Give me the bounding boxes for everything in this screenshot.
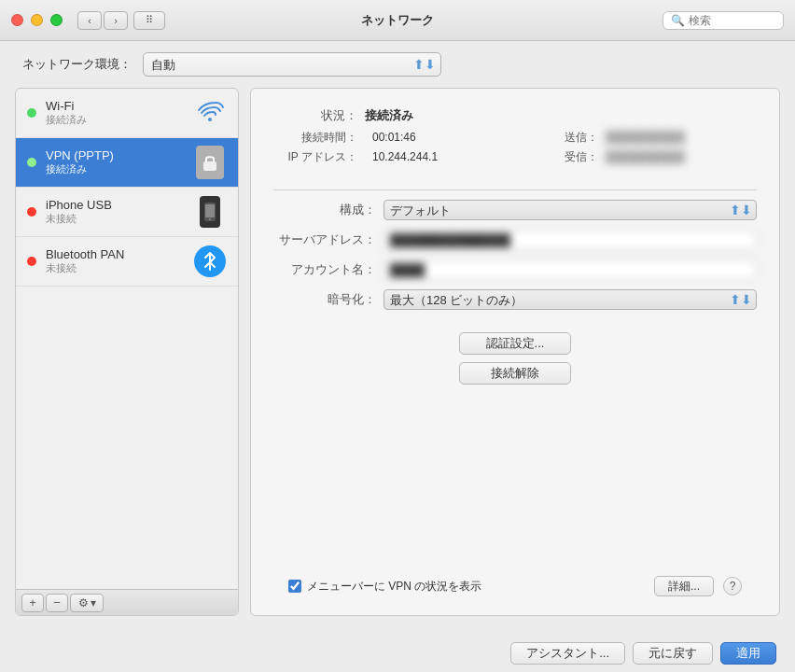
disconnect-button[interactable]: 接続解除 [459, 362, 571, 385]
item-status-bluetooth-pan: 未接続 [46, 261, 184, 275]
env-label: ネットワーク環境： [22, 56, 132, 73]
status-section: 状況： 接続済み 接続時間： 00:01:46 送信： ██████████ I… [273, 107, 757, 165]
item-status-wifi: 接続済み [46, 113, 184, 127]
send-value: ██████████ [606, 131, 757, 144]
body-split: Wi-Fi 接続済み [0, 88, 795, 631]
footer-buttons: アシスタント... 元に戻す 適用 [0, 631, 795, 672]
config-row: 構成： デフォルト ⬆⬇ [273, 200, 757, 220]
gear-chevron-icon: ▾ [91, 596, 96, 609]
form-section: 構成： デフォルト ⬆⬇ サーバアドレス： アカウント名： [273, 200, 757, 310]
lock-icon [193, 146, 227, 179]
main-content: ネットワーク環境： 自動 ⬆⬇ Wi-Fi 接続済み [0, 41, 795, 672]
sidebar-list: Wi-Fi 接続済み [16, 89, 238, 589]
item-status-vpn: 接続済み [46, 162, 184, 176]
item-name-bluetooth-pan: Bluetooth PAN [46, 247, 184, 261]
status-value: 接続済み [365, 107, 413, 124]
bottom-bar: メニューバーに VPN の状況を表示 詳細... ? [273, 567, 757, 596]
vpn-menu-checkbox[interactable] [288, 580, 301, 593]
bluetooth-icon [193, 245, 227, 278]
svg-rect-1 [203, 161, 216, 171]
grid-button[interactable]: ⠿ [133, 11, 165, 30]
sidebar-item-wifi[interactable]: Wi-Fi 接続済み [16, 89, 238, 138]
status-dot-wifi [27, 108, 36, 118]
vpn-menu-label: メニューバーに VPN の状況を表示 [307, 579, 481, 595]
revert-button[interactable]: 元に戻す [633, 642, 713, 665]
account-input[interactable] [384, 259, 757, 280]
nav-buttons: ‹ › [77, 11, 128, 30]
account-row: アカウント名： [273, 259, 757, 280]
recv-label: 受信： [523, 149, 598, 165]
forward-button[interactable]: › [104, 11, 128, 30]
item-name-iphone-usb: iPhone USB [46, 198, 184, 212]
gear-button[interactable]: ⚙ ▾ [70, 594, 104, 612]
svg-point-0 [208, 118, 212, 121]
sidebar-toolbar: + − ⚙ ▾ [16, 589, 238, 615]
account-label: アカウント名： [273, 261, 376, 278]
vpn-menu-checkbox-wrap: メニューバーに VPN の状況を表示 [288, 579, 481, 595]
server-input[interactable] [384, 230, 757, 250]
status-dot-bluetooth-pan [27, 257, 36, 266]
help-button[interactable]: ? [723, 577, 742, 595]
item-name-vpn: VPN (PPTP) [46, 148, 184, 162]
search-icon: 🔍 [671, 14, 685, 27]
ip-label: IP アドレス： [273, 149, 357, 165]
encrypt-row: 暗号化： 最大（128 ビットのみ） ⬆⬇ [273, 289, 757, 310]
recv-value: ██████████ [606, 150, 757, 163]
apply-button[interactable]: 適用 [720, 642, 776, 665]
sidebar-item-bluetooth-pan[interactable]: Bluetooth PAN 未接続 [16, 237, 238, 287]
svg-point-4 [209, 218, 211, 220]
send-label: 送信： [523, 130, 598, 146]
auth-settings-button[interactable]: 認証設定... [459, 332, 571, 355]
right-panel: 状況： 接続済み 接続時間： 00:01:46 送信： ██████████ I… [250, 88, 780, 616]
remove-button[interactable]: − [46, 594, 68, 612]
close-button[interactable] [11, 14, 23, 26]
connection-time-label: 接続時間： [273, 130, 357, 146]
encrypt-label: 暗号化： [273, 291, 376, 308]
server-label: サーバアドレス： [273, 231, 376, 248]
item-name-wifi: Wi-Fi [46, 99, 184, 113]
maximize-button[interactable] [50, 14, 63, 26]
config-select[interactable]: デフォルト [384, 200, 757, 220]
ip-value: 10.244.244.1 [372, 150, 516, 163]
status-dot-iphone-usb [27, 207, 36, 217]
search-input[interactable] [689, 14, 775, 27]
sidebar: Wi-Fi 接続済み [15, 88, 239, 616]
detail-button[interactable]: 詳細... [654, 576, 714, 596]
svg-rect-3 [205, 204, 215, 217]
server-row: サーバアドレス： [273, 230, 757, 250]
divider [273, 189, 757, 190]
back-button[interactable]: ‹ [77, 11, 102, 30]
action-buttons: 認証設定... 接続解除 [273, 332, 757, 385]
env-select[interactable]: 自動 [143, 52, 441, 77]
search-box: 🔍 [662, 11, 784, 30]
status-dot-vpn [27, 158, 36, 167]
minimize-button[interactable] [31, 14, 43, 26]
env-bar: ネットワーク環境： 自動 ⬆⬇ [0, 41, 795, 88]
window-title: ネットワーク [361, 12, 434, 29]
encrypt-select-wrap: 最大（128 ビットのみ） ⬆⬇ [384, 289, 757, 310]
config-select-wrap: デフォルト ⬆⬇ [384, 200, 757, 220]
window-controls [11, 14, 63, 26]
connection-time-value: 00:01:46 [372, 131, 516, 144]
wifi-icon [193, 96, 227, 130]
iphone-icon [193, 195, 227, 229]
encrypt-select[interactable]: 最大（128 ビットのみ） [384, 289, 757, 310]
env-select-wrap: 自動 ⬆⬇ [143, 52, 441, 77]
sidebar-item-iphone-usb[interactable]: iPhone USB 未接続 [16, 188, 238, 237]
gear-icon: ⚙ [78, 596, 89, 609]
config-label: 構成： [273, 202, 376, 218]
status-label: 状況： [273, 107, 357, 124]
sidebar-item-vpn[interactable]: VPN (PPTP) 接続済み [16, 138, 238, 188]
item-status-iphone-usb: 未接続 [46, 212, 184, 226]
assistant-button[interactable]: アシスタント... [510, 642, 625, 665]
add-button[interactable]: + [21, 594, 44, 612]
titlebar: ‹ › ⠿ ネットワーク 🔍 [0, 0, 795, 41]
